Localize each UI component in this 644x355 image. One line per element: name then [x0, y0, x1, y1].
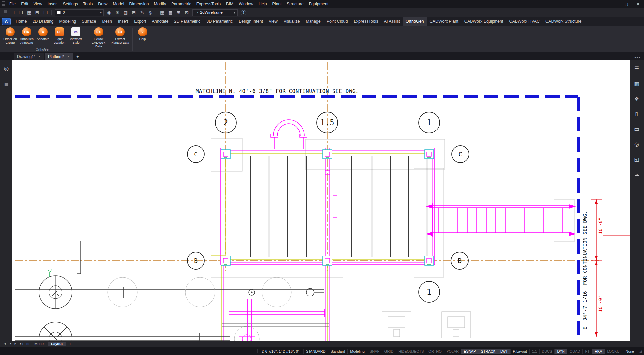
hatch-icon[interactable]: ▧	[122, 9, 130, 16]
ribbon-tab[interactable]: 2D Parametric	[171, 17, 203, 26]
properties-panel-icon[interactable]: ☰	[633, 64, 641, 72]
extract-cadworx-data-button[interactable]: EX ExtractCADWorx Data	[88, 26, 109, 52]
ribbon-tab[interactable]: CADWorx Plant	[427, 17, 461, 26]
document-tab[interactable]: Platform* ✕	[45, 53, 73, 60]
ribbon-tab[interactable]: Insert	[115, 17, 131, 26]
status-toggle[interactable]: Standard	[328, 349, 348, 354]
app-logo-button[interactable]: A	[2, 18, 11, 25]
light-panel-icon[interactable]: ◎	[633, 140, 641, 148]
resize-grip[interactable]: ◢	[636, 349, 642, 354]
ribbon-tab[interactable]: Export	[131, 17, 149, 26]
ribbon-tab[interactable]: Mesh	[99, 17, 115, 26]
snap-grid-icon[interactable]: ▦	[158, 9, 166, 16]
drawing-canvas[interactable]: 2 1.5 1 C C B B 1 10'-0"	[12, 60, 630, 341]
plot-preview-icon[interactable]: ❑	[41, 9, 50, 16]
layer-dropdown[interactable]: 0 ▾	[55, 9, 104, 16]
ribbon-tab[interactable]: CADWorx Equipment	[461, 17, 506, 26]
ribbon-tab[interactable]: View	[266, 17, 281, 26]
menu-item[interactable]: Window	[236, 0, 256, 8]
last-layout-button[interactable]: ►|	[18, 342, 24, 345]
status-toggle[interactable]: 1:1	[529, 349, 539, 354]
ribbon-tab[interactable]: Annotate	[149, 17, 171, 26]
status-toggle[interactable]: P:Layout	[510, 349, 529, 354]
status-toggle[interactable]: QUAD	[567, 349, 583, 354]
ribbon-tab[interactable]: CADWorx HVAC	[506, 17, 542, 26]
viewport-style-button[interactable]: VS ViewportStyle	[68, 26, 84, 47]
layout-tab[interactable]: Model	[31, 342, 48, 346]
display-settings-icon[interactable]: ◱	[633, 155, 641, 163]
menu-item[interactable]: Modify	[151, 0, 169, 8]
new-file-icon[interactable]: ❏	[9, 9, 17, 16]
menu-item[interactable]: Tools	[80, 0, 95, 8]
status-toggle[interactable]: HIDEOBJECTS	[396, 349, 426, 354]
window-select-icon[interactable]: ⊞	[174, 9, 183, 16]
ribbon-tab[interactable]: Point Cloud	[324, 17, 351, 26]
help-button[interactable]: ? Help	[134, 26, 151, 52]
status-toggle[interactable]: ESNAP	[461, 349, 478, 354]
status-toggle[interactable]: Modeling	[347, 349, 367, 354]
status-toggle[interactable]: DUCS	[539, 349, 554, 354]
grid-icon[interactable]: ⊞	[130, 9, 138, 16]
status-toggle[interactable]: ORTHO	[426, 349, 444, 354]
extract-plant3d-data-button[interactable]: EX ExtractPlant3D Data	[109, 26, 131, 52]
ribbon-tab[interactable]: ExpressTools	[351, 17, 381, 26]
layout-list-icon[interactable]: ⊞	[25, 342, 31, 346]
close-button[interactable]: ✕	[632, 0, 644, 8]
sheet-sets-icon[interactable]: ▤	[633, 125, 641, 133]
menu-item[interactable]: Draw	[95, 0, 110, 8]
annotate-button[interactable]: A Annotate	[35, 26, 51, 47]
orthogen-create-button[interactable]: OG OrthoGenCreate	[2, 26, 18, 47]
maximize-button[interactable]: ▢	[620, 0, 632, 8]
panel-menu-icon[interactable]: •••	[631, 55, 644, 60]
status-toggle[interactable]: LWT	[498, 349, 510, 354]
ribbon-tab[interactable]: Modeling	[57, 17, 79, 26]
ribbon-tab[interactable]: 2D Drafting	[30, 17, 56, 26]
ribbon-tab[interactable]: AI Assist	[381, 17, 403, 26]
ribbon-tab[interactable]: OrthoGen	[403, 17, 427, 26]
add-layout-button[interactable]: +	[66, 342, 74, 346]
ribbon-tab[interactable]: 3D Parametric	[203, 17, 236, 26]
status-toggle[interactable]: GRID	[382, 349, 396, 354]
pattern-icon[interactable]: ▩	[166, 9, 174, 16]
layout-tab[interactable]: Layout	[48, 342, 66, 346]
status-toggle[interactable]: DYN	[554, 349, 567, 354]
menu-item[interactable]: Parametric	[169, 0, 194, 8]
target-icon[interactable]: ◎	[146, 9, 154, 16]
minimize-button[interactable]: ─	[609, 0, 620, 8]
menu-item[interactable]: View	[31, 0, 45, 8]
menu-item[interactable]: Structure	[284, 0, 306, 8]
status-toggle[interactable]: STRACK	[478, 349, 498, 354]
equip-location-button[interactable]: EL EquipLocation	[51, 26, 68, 47]
visual-style-dropdown[interactable]: ▭ 2dWireframe ▾	[192, 9, 238, 16]
menu-item[interactable]: Edit	[18, 0, 31, 8]
menu-item[interactable]: Model	[110, 0, 126, 8]
components-blocks-icon[interactable]: ❖	[633, 95, 641, 103]
status-toggle[interactable]: STANDARD	[303, 349, 328, 354]
sun-icon[interactable]: ☀	[113, 9, 122, 16]
new-tab-button[interactable]: +	[74, 53, 81, 60]
block-icon[interactable]: ⊠	[183, 9, 191, 16]
open-file-icon[interactable]: ❐	[17, 9, 25, 16]
prev-layout-button[interactable]: ◄	[8, 342, 13, 345]
close-icon[interactable]: ✕	[67, 55, 70, 58]
menu-item[interactable]: BIM	[223, 0, 236, 8]
menu-item[interactable]: Plant	[270, 0, 285, 8]
print-icon[interactable]: ⊟	[33, 9, 41, 16]
mobile-device-icon[interactable]: ▯	[633, 110, 641, 118]
status-toggle[interactable]: SNAP	[367, 349, 382, 354]
save-icon[interactable]: ▦	[25, 9, 33, 16]
document-tab[interactable]: Drawing1* ✕	[14, 53, 44, 60]
lamp-icon[interactable]: ◉	[105, 9, 113, 16]
close-icon[interactable]: ✕	[38, 55, 41, 58]
status-toggle[interactable]: None	[623, 349, 636, 354]
ribbon-tab[interactable]: Visualize	[281, 17, 303, 26]
menu-item[interactable]: ExpressTools	[194, 0, 223, 8]
first-layout-button[interactable]: |◄	[1, 342, 8, 345]
lamp-icon[interactable]: ◎	[2, 64, 10, 72]
menu-item[interactable]: Insert	[45, 0, 60, 8]
ribbon-tab[interactable]: Home	[13, 17, 30, 26]
edit-icon[interactable]: ✎	[138, 9, 146, 16]
ribbon-tab[interactable]: Design Intent	[236, 17, 266, 26]
status-toggle[interactable]: POLAR	[444, 349, 461, 354]
status-toggle[interactable]: HKA	[592, 349, 605, 354]
